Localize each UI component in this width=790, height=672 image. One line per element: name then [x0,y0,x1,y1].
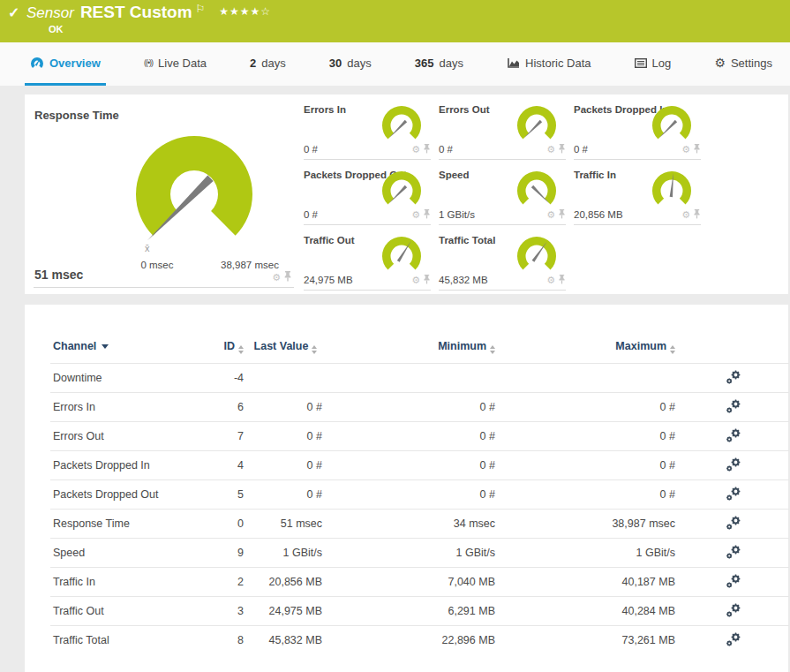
table-row-traffic-in: Traffic In220,856 MB7,040 MB40,187 MB [50,568,789,597]
gauge-actions: ⚙ [681,207,701,223]
tab-2-days[interactable]: 2days [245,42,291,86]
maximum-cell: 0 # [498,422,678,451]
log-icon [635,58,647,68]
mean-marker: x̄ [145,243,150,253]
tab-365-days[interactable]: 365days [410,42,469,86]
settings-cell [678,510,789,539]
priority-star-empty[interactable]: ☆ [260,5,271,18]
channel-cell: Packets Dropped In [50,451,206,480]
gauge-panel-packets-dropped-in: Packets Dropped In0 #⚙ [574,102,701,160]
gauge-value: 51 msec [34,268,83,282]
sensor-header: ✓ SensorREST Custom⚐★★★★☆ OK [0,0,790,42]
pin-icon[interactable] [558,141,566,157]
channel-settings-icon[interactable] [726,487,741,502]
id-cell: 0 [206,510,246,539]
minimum-cell: 7,040 MB [325,568,498,597]
maximum-cell: 40,187 MB [498,568,678,597]
gauge-panel-speed: Speed1 GBit/s⚙ [439,167,566,225]
channel-settings-icon[interactable] [726,399,741,414]
tab-settings[interactable]: ⚙ Settings [709,42,778,86]
gauge-value: 0 # [304,144,318,155]
gauge-scale-min: 0 msec [122,260,192,270]
last-value-cell: 51 msec [246,510,325,539]
settings-cell [678,568,789,597]
channel-settings-icon[interactable] [726,428,741,443]
sensor-name: REST Custom [80,3,192,21]
tab-overview[interactable]: Overview [25,42,106,86]
col-header-last-value[interactable]: Last Value [246,329,325,364]
pin-icon[interactable] [423,141,431,157]
channels-table: Channel ID Last Value Minimum Maximum Do… [50,329,789,654]
table-row-speed: Speed91 GBit/s1 GBit/s1 GBit/s [50,539,789,568]
col-header-minimum[interactable]: Minimum [325,329,498,364]
maximum-cell: 38,987 msec [498,510,678,539]
priority-stars-filled[interactable]: ★★★★ [219,5,260,18]
object-kind-label: Sensor [26,4,74,21]
pin-icon[interactable] [423,272,431,288]
channel-settings-icon[interactable] [726,574,741,589]
last-value-cell: 0 # [246,480,325,510]
gauge-settings-icon[interactable]: ⚙ [546,276,555,285]
pin-icon[interactable] [693,141,701,157]
id-cell: 5 [206,480,246,510]
flag-icon[interactable]: ⚐ [196,3,206,15]
gauge-panel-traffic-out: Traffic Out24,975 MB⚙ [304,232,431,291]
gauge-value: 0 # [439,144,453,155]
tab-log[interactable]: Log [629,42,677,86]
pin-icon[interactable] [283,269,292,285]
maximum-cell [498,364,678,393]
maximum-cell: 73,261 MB [498,626,678,655]
channel-cell: Response Time [50,510,206,539]
gauge-panel-errors-out: Errors Out0 #⚙ [439,102,566,160]
gauge-title: Traffic In [574,170,616,180]
channel-settings-icon[interactable] [726,545,741,560]
gauge-title: Traffic Total [439,235,495,245]
gauge-actions: ⚙ [546,272,566,288]
gauge-title: Errors In [304,104,346,115]
table-row-packets-dropped-out: Packets Dropped Out50 #0 #0 # [50,480,789,510]
minimum-cell [325,364,498,393]
settings-cell [678,597,789,626]
pin-icon[interactable] [558,272,566,288]
tab-live-data[interactable]: ((•)) Live Data [139,42,212,86]
channel-cell: Downtime [50,364,206,393]
gauge-settings-icon[interactable]: ⚙ [411,145,420,155]
pin-icon[interactable] [693,207,701,223]
table-row-response-time: Response Time051 msec34 msec38,987 msec [50,510,789,539]
channels-card: Channel ID Last Value Minimum Maximum Do… [25,305,788,672]
tab-30-days[interactable]: 30days [324,42,377,86]
gauge-settings-icon[interactable]: ⚙ [681,145,690,155]
pin-icon[interactable] [423,207,431,223]
channel-settings-icon[interactable] [726,603,741,618]
channel-settings-icon[interactable] [726,632,741,647]
channel-cell: Packets Dropped Out [50,480,206,510]
channel-cell: Traffic Total [50,626,206,655]
maximum-cell: 0 # [498,480,678,510]
gauge-settings-icon[interactable]: ⚙ [681,210,690,220]
channel-settings-icon[interactable] [726,516,741,531]
gauge-value: 0 # [304,209,318,220]
gauge-settings-icon[interactable]: ⚙ [546,210,555,220]
maximum-cell: 40,284 MB [498,597,678,626]
col-header-channel[interactable]: Channel [50,329,206,364]
response-time-gauge-dial [87,115,276,260]
table-row-downtime: Downtime-4 [50,364,789,393]
channel-settings-icon[interactable] [726,370,741,385]
pin-icon[interactable] [558,207,566,223]
col-header-id[interactable]: ID [206,329,246,364]
gauge-settings-icon[interactable]: ⚙ [411,210,420,220]
gauge-value: 45,832 MB [439,275,488,285]
gauge-settings-icon[interactable]: ⚙ [272,273,281,283]
id-cell: 2 [206,568,246,597]
tab-historic-data[interactable]: Historic Data [501,42,596,86]
sort-icon [490,345,495,354]
gauge-settings-icon[interactable]: ⚙ [546,145,555,155]
sort-desc-icon [102,344,109,349]
minimum-cell: 0 # [325,422,498,451]
channel-settings-icon[interactable] [726,457,741,472]
gauge-settings-icon[interactable]: ⚙ [411,276,420,285]
gauge-panel-traffic-in: Traffic In20,856 MB⚙ [574,167,701,225]
gauge-value: 24,975 MB [304,275,353,285]
status-badge: OK [49,24,64,34]
col-header-maximum[interactable]: Maximum [498,329,678,364]
